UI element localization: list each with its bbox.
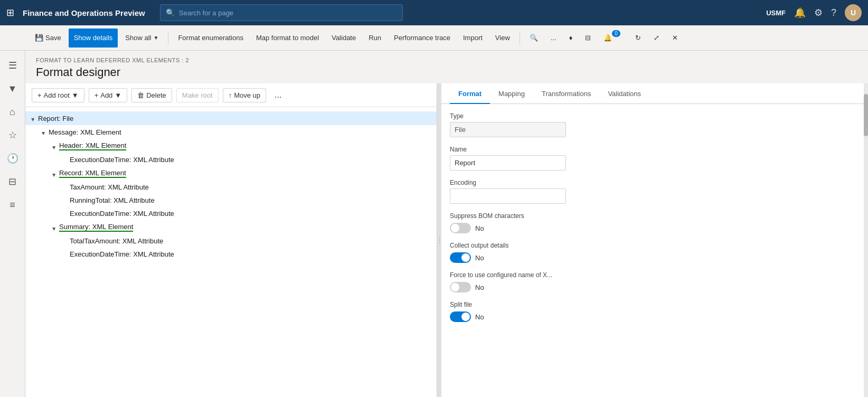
expand-icon[interactable]: ◄ [51, 142, 59, 150]
expand-icon[interactable]: ◄ [30, 114, 38, 122]
expand-icon[interactable]: ◄ [51, 223, 59, 232]
add-root-chevron: ▼ [72, 91, 79, 99]
sidebar-item-list[interactable]: ≡ [2, 194, 23, 215]
search-input[interactable] [179, 9, 397, 17]
sidebar-item-recent[interactable]: 🕐 [2, 148, 23, 169]
add-root-button[interactable]: + Add root ▼ [32, 88, 84, 102]
run-button[interactable]: Run [363, 29, 386, 48]
add-button[interactable]: + Add ▼ [89, 88, 128, 102]
map-format-button[interactable]: Map format to model [251, 29, 324, 48]
tree-item-label: Message: XML Element [49, 128, 121, 136]
name-input[interactable] [450, 155, 566, 171]
expand-icon[interactable]: ◄ [51, 169, 59, 178]
tree-item[interactable]: TaxAmount: XML Attribute [25, 181, 437, 194]
tab-transformations[interactable]: Transformations [533, 83, 599, 104]
move-up-icon: ↑ [229, 91, 232, 99]
breadcrumb: FORMAT TO LEARN DEFERRED XML ELEMENTS : … [36, 57, 857, 63]
save-button[interactable]: 💾 Save [30, 29, 67, 48]
nav-user: USMF [766, 9, 786, 17]
badge-button[interactable]: 🔔0 [598, 29, 628, 48]
delete-button[interactable]: 🗑 Delete [131, 88, 172, 102]
bell-icon[interactable]: 🔔 [794, 7, 806, 18]
properties-panel: Format Mapping Transformations Validatio… [441, 83, 868, 397]
type-input[interactable] [450, 122, 566, 137]
tree-item[interactable]: ExecutionDateTime: XML Attribute [25, 207, 437, 220]
collect-output-label: Collect output details [450, 242, 860, 249]
suppress-bom-value: No [475, 224, 484, 232]
main-layout: ☰ ▼ ⌂ ☆ 🕐 ⊟ ≡ FORMAT TO LEARN DEFERRED X… [0, 51, 868, 397]
right-scrollbar[interactable] [864, 83, 868, 397]
force-name-toggle[interactable] [450, 282, 471, 292]
type-label: Type [450, 112, 860, 120]
import-button[interactable]: Import [458, 29, 488, 48]
type-field: Type [450, 112, 860, 137]
view-button[interactable]: View [490, 29, 515, 48]
split-file-value: No [475, 313, 484, 321]
encoding-field: Encoding [450, 179, 860, 204]
sidebar-item-menu[interactable]: ☰ [2, 55, 23, 76]
tree-item[interactable]: TotalTaxAmount: XML Attribute [25, 234, 437, 248]
tab-validations[interactable]: Validations [599, 83, 649, 104]
tab-mapping[interactable]: Mapping [490, 83, 533, 104]
grid-icon[interactable]: ⊞ [6, 7, 14, 18]
collect-output-value: No [475, 254, 484, 262]
sidebar-item-workspace[interactable]: ⊟ [2, 171, 23, 192]
format-enumerations-button[interactable]: Format enumerations [173, 29, 249, 48]
search-bar[interactable]: 🔍 [160, 4, 403, 21]
extra-menu-button[interactable]: ... [545, 29, 562, 48]
tree-more-button[interactable]: ... [270, 88, 286, 102]
sidebar: ☰ ▼ ⌂ ☆ 🕐 ⊟ ≡ [0, 51, 25, 397]
tree-item-label: ExecutionDateTime: XML Attribute [70, 210, 174, 218]
collect-output-toggle-row: No [450, 252, 860, 263]
name-label: Name [450, 146, 860, 153]
force-name-value: No [475, 283, 484, 291]
tree-item-label: ExecutionDateTime: XML Attribute [70, 156, 174, 164]
gear-icon[interactable]: ⚙ [814, 7, 823, 18]
help-icon[interactable]: ? [831, 7, 836, 18]
search-icon-toolbar: 🔍 [530, 34, 538, 42]
sidebar-item-home[interactable]: ⌂ [2, 101, 23, 122]
tree-item[interactable]: ◄Message: XML Element [25, 125, 437, 139]
tree-item[interactable]: ◄Report: File [25, 111, 437, 125]
expand-button[interactable]: ⤢ [648, 29, 665, 48]
tree-panel: + Add root ▼ + Add ▼ 🗑 Delete Make ro [25, 83, 437, 397]
tree-item[interactable]: ◄Summary: XML Element [25, 220, 437, 234]
performance-trace-button[interactable]: Performance trace [389, 29, 456, 48]
sidebar-item-favorites[interactable]: ☆ [2, 125, 23, 146]
tab-format[interactable]: Format [450, 83, 490, 104]
encoding-label: Encoding [450, 179, 860, 186]
tree-item[interactable]: ExecutionDateTime: XML Attribute [25, 153, 437, 166]
designer-area: + Add root ▼ + Add ▼ 🗑 Delete Make ro [25, 83, 868, 397]
split-file-toggle[interactable] [450, 311, 471, 322]
toolbar-divider-1 [168, 32, 168, 44]
encoding-input[interactable] [450, 188, 566, 204]
more-button[interactable]: 🔍 [524, 29, 543, 48]
show-details-button[interactable]: Show details [69, 29, 118, 48]
tree-item[interactable]: ◄Header: XML Element [25, 139, 437, 153]
avatar[interactable]: U [845, 4, 862, 21]
page-header: FORMAT TO LEARN DEFERRED XML ELEMENTS : … [25, 51, 868, 83]
close-button[interactable]: ✕ [667, 29, 683, 48]
validate-button[interactable]: Validate [326, 29, 361, 48]
suppress-bom-toggle[interactable] [450, 223, 471, 233]
tree-item[interactable]: RunningTotal: XML Attribute [25, 194, 437, 207]
refresh-button[interactable]: ↻ [630, 29, 646, 48]
tree-item-label: Record: XML Element [59, 169, 126, 178]
expand-icon[interactable]: ◄ [40, 128, 49, 136]
tree-item[interactable]: ExecutionDateTime: XML Attribute [25, 248, 437, 261]
diamond-button[interactable]: ♦ [564, 29, 578, 48]
make-root-button[interactable]: Make root [176, 88, 219, 102]
tree-item[interactable]: ◄Record: XML Element [25, 166, 437, 181]
collect-output-toggle[interactable] [450, 252, 471, 263]
sidebar-item-filter[interactable]: ▼ [2, 78, 23, 99]
scrollbar-thumb[interactable] [864, 94, 868, 136]
suppress-bom-toggle-row: No [450, 223, 860, 233]
move-up-button[interactable]: ↑ Move up [223, 88, 266, 102]
stack-button[interactable]: ⊟ [580, 29, 596, 48]
name-field: Name [450, 146, 860, 171]
show-all-button[interactable]: Show all ▼ [120, 29, 164, 48]
tree-content: ◄Report: File◄Message: XML Element◄Heade… [25, 107, 437, 397]
resize-handle[interactable]: ⋮ [437, 83, 441, 397]
tree-item-label: Report: File [38, 115, 73, 122]
add-icon: + [95, 91, 99, 99]
